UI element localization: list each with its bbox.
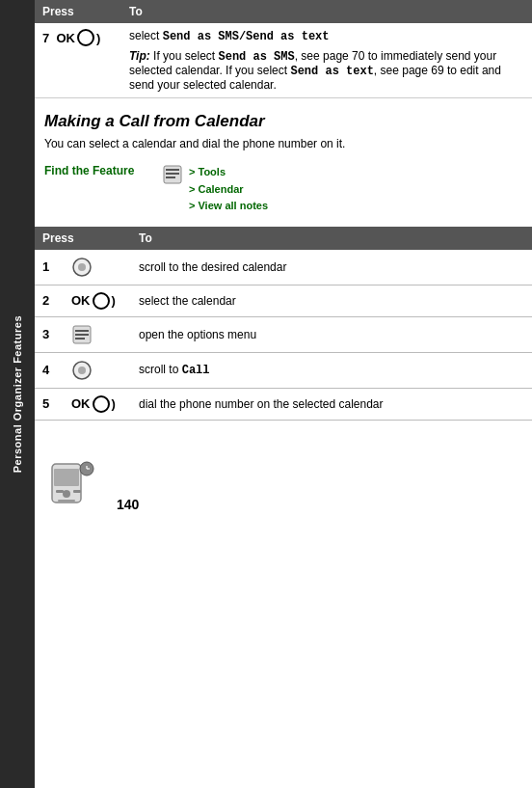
svg-point-14 (63, 490, 70, 498)
path-item-1: > Tools (189, 164, 268, 181)
main-table-header-press: Press (35, 227, 131, 250)
device-icon (44, 459, 97, 512)
path-item-2: > Calendar (189, 181, 268, 199)
row-desc-2: select the calendar (131, 285, 532, 316)
row-num-4: 4 (35, 352, 64, 388)
top-table: Press To 7 OK ) (35, 0, 532, 98)
table-row: 4 scroll to Call (35, 352, 532, 388)
table-row: 5 OK ) dial the phone number on the sele… (35, 388, 532, 420)
ok-display-5: OK ) (71, 395, 116, 413)
page-number: 140 (117, 497, 139, 512)
svg-rect-7 (75, 330, 89, 332)
sidebar-label: Personal Organizer Features (12, 315, 23, 473)
table-row: 2 OK ) select the calendar (35, 285, 532, 316)
call-code: Call (182, 364, 210, 377)
find-feature-path: > Tools > Calendar > View all notes (189, 164, 268, 215)
menu-icon-cell-3 (71, 324, 123, 345)
ok-circle-icon (77, 29, 94, 46)
table-row: 1 scroll to the desired calendar (35, 250, 532, 285)
svg-point-5 (78, 263, 86, 271)
top-table-header-to: To (121, 0, 532, 23)
ok-display-2: OK ) (71, 292, 116, 310)
section-title: Making a Call from Calendar (35, 98, 532, 137)
row-icon-2: OK ) (64, 285, 131, 316)
tip-section: Tip: If you select Send as SMS, see page… (129, 49, 524, 92)
row-icon-4 (64, 352, 131, 388)
row-desc-3: open the options menu (131, 316, 532, 352)
main-table-header-to: To (131, 227, 532, 250)
nav-circle-icon-4 (71, 360, 93, 381)
row-number: 7 (42, 31, 49, 45)
ok-icon-cell-2: OK ) (71, 292, 123, 310)
send-text-ref: Send as text (290, 65, 373, 78)
table-row: 7 OK ) select Send as SMS/Send as text T… (35, 23, 532, 98)
main-content: Press To 7 OK ) (35, 0, 532, 788)
row-num-3: 3 (35, 316, 64, 352)
row-num-1: 1 (35, 250, 64, 285)
row-icon-3 (64, 316, 131, 352)
svg-rect-15 (56, 490, 64, 493)
svg-rect-13 (54, 469, 79, 486)
svg-rect-8 (75, 334, 89, 336)
top-table-header-press: Press (35, 0, 121, 23)
sidebar: Personal Organizer Features (0, 0, 35, 788)
svg-rect-17 (58, 500, 75, 502)
ok-circle-5 (93, 395, 110, 413)
row-number-press: 7 OK ) (35, 23, 121, 98)
row-desc-4: scroll to Call (131, 352, 532, 388)
send-sms-ref: Send as SMS (218, 50, 294, 64)
svg-rect-3 (166, 177, 175, 178)
row-desc-5: dial the phone number on the selected ca… (131, 388, 532, 420)
row-icon-1 (64, 250, 131, 285)
row-num-2: 2 (35, 285, 64, 316)
find-feature-content: > Tools > Calendar > View all notes (162, 164, 268, 215)
svg-point-11 (78, 367, 86, 374)
row-icon-5: OK ) (64, 388, 131, 420)
send-options-text: Send as SMS/Send as text (163, 30, 330, 43)
nav-circle-icon-1 (71, 257, 93, 278)
find-feature-label: Find the Feature (44, 164, 150, 177)
bottom-section: 140 (35, 449, 532, 522)
bottom-inner: 140 (44, 459, 522, 512)
main-table: Press To 1 scroll (35, 227, 532, 421)
row-desc-1: scroll to the desired calendar (131, 250, 532, 285)
find-feature-block: Find the Feature > Tools > Calendar > Vi… (35, 160, 532, 227)
phone-menu-icon (162, 164, 183, 185)
menu-icon-3 (71, 324, 93, 345)
svg-rect-2 (166, 173, 179, 175)
nav-icon-cell-1 (71, 257, 123, 278)
path-item-3: > View all notes (189, 198, 268, 215)
section-intro: You can select a calendar and dial the p… (35, 137, 532, 160)
ok-icon-cell-5: OK ) (71, 395, 123, 413)
table-row: 3 open the options menu (35, 316, 532, 352)
nav-icon-cell-4 (71, 360, 123, 381)
ok-button-display: OK ) (56, 29, 100, 46)
tip-label: Tip: (129, 49, 150, 63)
ok-circle-2 (93, 292, 110, 310)
svg-rect-1 (166, 169, 179, 171)
svg-rect-16 (73, 490, 81, 493)
row-main-text: select Send as SMS/Send as text (129, 29, 524, 43)
row-num-5: 5 (35, 388, 64, 420)
row-content: select Send as SMS/Send as text Tip: If … (121, 23, 532, 98)
svg-rect-9 (75, 338, 85, 340)
